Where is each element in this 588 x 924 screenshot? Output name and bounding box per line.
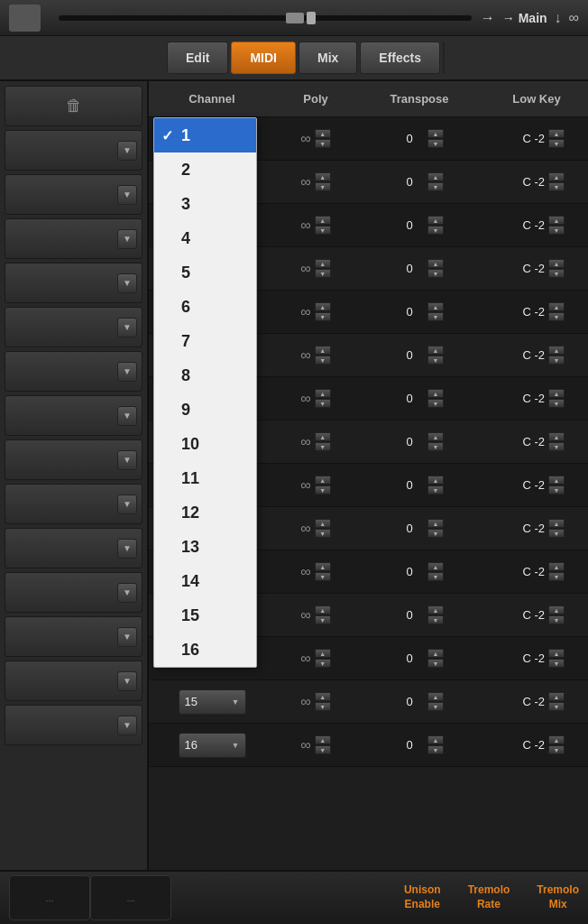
tab-mix[interactable]: Mix [299, 42, 357, 74]
transpose-value-1: 0 [395, 132, 424, 145]
infinity-icon: ∞ [569, 10, 579, 26]
cell-lowkey-1: C -2 ▲ ▼ [478, 129, 588, 148]
header-lowkey: Low Key [478, 81, 588, 116]
sidebar-dropdown-10[interactable]: ▼ [117, 539, 137, 559]
dropdown-item-14[interactable]: 14 [154, 564, 256, 598]
sidebar-dropdown-9[interactable]: ▼ [117, 494, 137, 514]
sidebar-dropdown-5[interactable]: ▼ [117, 318, 137, 337]
unison-enable-line2: Enable [405, 898, 440, 912]
dropdown-item-2[interactable]: 2 [154, 152, 256, 187]
unison-enable-line1: Unison [404, 883, 441, 898]
header-poly: Poly [271, 81, 361, 116]
arrow-icon: → [481, 10, 495, 26]
channel-value-15: 16 [185, 738, 198, 752]
cell-transpose-3: 0▲▼ [361, 216, 478, 235]
cell-channel-15: 16 ▼ [153, 733, 271, 758]
sidebar-dropdown-7[interactable]: ▼ [117, 406, 137, 426]
sidebar-dropdown-3[interactable]: ▼ [117, 229, 137, 249]
tab-extra [443, 42, 445, 74]
trans-up-2[interactable]: ▲ [427, 172, 444, 181]
poly-up-2[interactable]: ▲ [315, 172, 331, 181]
tremolo-mix-control[interactable]: Tremolo Mix [537, 883, 579, 911]
lk-up-2[interactable]: ▲ [548, 172, 565, 181]
sidebar-row-7: ▼ [5, 395, 142, 436]
cell-lowkey-4: C -2▲▼ [478, 259, 588, 278]
tab-edit[interactable]: Edit [167, 42, 228, 74]
sidebar-dropdown-1[interactable]: ▼ [117, 141, 137, 161]
cell-transpose-4: 0▲▼ [361, 259, 478, 278]
channel-select-15[interactable]: 16 ▼ [179, 733, 246, 758]
dropdown-item-5[interactable]: 5 [154, 255, 256, 290]
dropdown-item-15[interactable]: 15 [154, 598, 256, 633]
sidebar-dropdown-6[interactable]: ▼ [117, 362, 137, 382]
cell-channel-14: 15 ▼ [153, 689, 271, 715]
sidebar-trash-row: 🗑 [5, 86, 142, 126]
top-bar-right: → → Main ↓ ∞ [481, 10, 579, 26]
sidebar-row-9: ▼ [5, 484, 142, 524]
top-slider[interactable] [59, 15, 472, 21]
trash-icon[interactable]: 🗑 [66, 97, 82, 116]
poly-up-1[interactable]: ▲ [315, 129, 331, 138]
sidebar-row-14: ▼ [5, 705, 142, 745]
unison-enable-control[interactable]: Unison Enable [404, 883, 441, 911]
lk-down-2[interactable]: ▼ [548, 182, 565, 191]
channel-select-14[interactable]: 15 ▼ [179, 689, 246, 715]
tremolo-rate-line2: Rate [477, 898, 501, 912]
sidebar-dropdown-12[interactable]: ▼ [117, 627, 137, 647]
dropdown-item-12[interactable]: 12 [154, 495, 256, 530]
sidebar-row-6: ▼ [5, 351, 142, 392]
sidebar-row-4: ▼ [5, 263, 142, 303]
bottom-bar: ... ... Unison Enable Tremolo Rate Tremo… [0, 870, 588, 924]
main-label: → Main [502, 11, 547, 25]
sidebar-dropdown-14[interactable]: ▼ [117, 716, 137, 735]
dropdown-item-9[interactable]: 9 [154, 393, 256, 427]
dropdown-item-1[interactable]: 1 [154, 118, 256, 152]
dropdown-item-3[interactable]: 3 [154, 187, 256, 221]
table-row: 16 ▼ ∞▲▼ 0▲▼ C -2▲▼ [149, 724, 588, 767]
dropdown-item-6[interactable]: 6 [154, 290, 256, 324]
table-area: Channel Poly Transpose Low Key 1 ▼ ∞ ▲ [149, 81, 588, 870]
sidebar-row-3: ▼ [5, 218, 142, 259]
lowkey-down-1[interactable]: ▼ [548, 139, 565, 148]
dropdown-item-4[interactable]: 4 [154, 221, 256, 255]
poly-value-1: ∞ [300, 131, 310, 147]
dropdown-item-13[interactable]: 13 [154, 530, 256, 564]
tab-midi[interactable]: MIDI [231, 42, 296, 74]
channel-value-14: 15 [185, 695, 198, 708]
transpose-down-1[interactable]: ▼ [427, 139, 444, 148]
header-transpose: Transpose [361, 81, 478, 116]
tremolo-mix-line2: Mix [549, 898, 567, 912]
bottom-btn-label: ... [45, 892, 53, 903]
trans-down-2[interactable]: ▼ [427, 182, 444, 191]
sidebar: 🗑 ▼ ▼ ▼ ▼ ▼ ▼ ▼ ▼ ▼ ▼ ▼ [0, 81, 149, 870]
slider-thumb-right[interactable] [307, 12, 316, 24]
tab-effects[interactable]: Effects [360, 42, 440, 74]
tremolo-mix-line1: Tremolo [537, 883, 579, 898]
bottom-btn-mid[interactable]: ... [90, 875, 171, 920]
top-bar: → → Main ↓ ∞ [0, 0, 588, 36]
dropdown-item-10[interactable]: 10 [154, 427, 256, 461]
poly-down-1[interactable]: ▼ [315, 139, 331, 148]
sidebar-dropdown-2[interactable]: ▼ [117, 185, 137, 205]
dropdown-item-11[interactable]: 11 [154, 461, 256, 495]
lowkey-up-1[interactable]: ▲ [548, 129, 565, 138]
slider-thumb-left[interactable] [286, 13, 304, 23]
sidebar-dropdown-11[interactable]: ▼ [117, 583, 137, 603]
poly-down-2[interactable]: ▼ [315, 182, 331, 191]
sidebar-dropdown-4[interactable]: ▼ [117, 273, 137, 293]
sidebar-row-11: ▼ [5, 572, 142, 613]
tremolo-rate-control[interactable]: Tremolo Rate [468, 883, 510, 911]
sidebar-dropdown-13[interactable]: ▼ [117, 671, 137, 691]
dropdown-item-16[interactable]: 16 [154, 633, 256, 667]
header-channel: Channel [153, 81, 271, 116]
sidebar-row-12: ▼ [5, 616, 142, 657]
cell-poly-2: ∞▲▼ [271, 172, 361, 191]
sidebar-dropdown-8[interactable]: ▼ [117, 450, 137, 470]
cell-poly-4: ∞▲▼ [271, 259, 361, 278]
cell-lowkey-2: C -2▲▼ [478, 172, 588, 191]
dropdown-item-8[interactable]: 8 [154, 358, 256, 393]
tab-bar: Edit MIDI Mix Effects [0, 36, 588, 81]
transpose-up-1[interactable]: ▲ [427, 129, 444, 138]
dropdown-item-7[interactable]: 7 [154, 324, 256, 358]
bottom-btn-left[interactable]: ... [9, 875, 90, 920]
